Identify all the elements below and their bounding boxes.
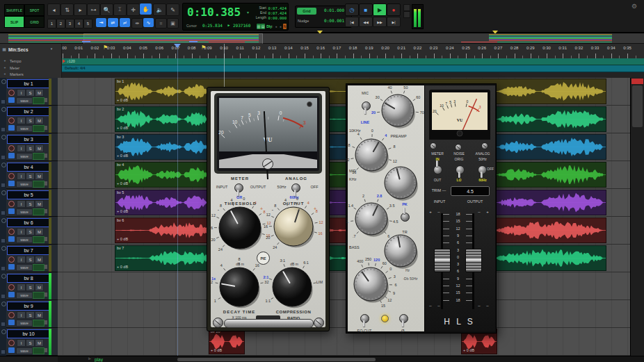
track-playlist-button[interactable] [8,208,15,214]
track-view-selector[interactable]: wave [16,97,33,104]
hls-analog-switch[interactable] [478,162,486,176]
zoom-preset-3[interactable]: 3 [65,19,74,28]
grid-value[interactable]: 0:01.000 [318,8,344,13]
automation-mode-button[interactable] [33,264,45,271]
track-mini-icon[interactable] [1,183,5,187]
transport-extra-button[interactable] [403,4,410,11]
hls-input-fader-handle[interactable] [434,249,451,272]
track-solo-button[interactable]: S [26,311,35,319]
audio-clip[interactable]: bv 10+ 0 dB [209,329,245,354]
track-freeze-icon[interactable] [1,163,6,167]
track-fader-icon[interactable] [45,237,47,241]
nudge-value[interactable]: 0:00.001 [318,19,344,24]
track-name[interactable]: bv 6 [7,218,50,227]
tempo-label[interactable]: Tempo [10,59,38,63]
track-view-selector[interactable]: wave [16,236,33,243]
track-name[interactable]: bv 2 [7,107,50,116]
hls-trim-display[interactable]: 4.5 [451,186,490,196]
track-input-button[interactable]: I [17,283,26,291]
track-record-button[interactable] [8,117,15,124]
track-playlist-button[interactable] [8,125,15,131]
track-fader-icon[interactable] [45,126,47,130]
pie-analog-switch[interactable] [291,180,300,194]
track-mini-icon[interactable] [1,239,5,242]
track-freeze-icon[interactable] [1,246,6,251]
track-record-button[interactable] [8,284,15,290]
track-input-button[interactable]: I [17,89,26,97]
link-timeline-edit-toggle[interactable]: ⇌ [108,18,118,27]
pie-handle-bar[interactable] [224,319,314,328]
track-name[interactable]: bv 1 [7,79,50,88]
track-freeze-icon[interactable] [1,302,6,306]
hls-pk-tr-switch[interactable] [401,209,409,223]
transport-extra-button-2[interactable] [403,11,410,18]
track-record-button[interactable] [8,145,15,151]
track-mini-icon[interactable] [1,100,5,104]
track-fader-icon[interactable] [45,293,47,297]
track-solo-button[interactable]: S [26,339,35,347]
pie-output-knob[interactable]: 24201612840481216 [263,196,324,257]
track-playlist-button[interactable] [8,347,15,353]
layered-editing-toggle[interactable]: ▣ [167,18,179,28]
zoom-preset-5[interactable]: 5 [83,19,92,28]
tempo-add-button[interactable]: + [3,59,7,63]
rewind-button[interactable]: ◀◀ [359,17,373,27]
automation-follows-toggle[interactable]: ∿ [143,18,154,27]
min-secs-ruler[interactable]: 0:000:010:020:030:040:050:060:070:080:09… [0,44,644,58]
zoom-preset-2[interactable]: 2 [56,19,65,28]
pie-compressor-plugin-window[interactable]: 201075303VU METER ANALOG INPUT OUTPUT GR… [207,87,330,331]
nudge-label[interactable]: Nudge [298,19,317,23]
track-mute-button[interactable]: M [35,200,44,208]
track-playlist-button[interactable] [8,181,15,186]
pie-vu-meter-face[interactable]: 201075303VU [214,93,322,174]
main-counter-value[interactable]: 0:10.385 [187,6,241,19]
horizontal-scroll-handle[interactable] [177,358,376,361]
track-record-button[interactable] [8,90,15,96]
online-button[interactable]: ◷ [345,3,359,16]
track-mini-icon[interactable] [1,211,5,215]
track-mini-icon[interactable] [1,322,5,326]
pencil-tool-button[interactable]: ✎ [166,3,179,16]
vertical-scrollbar[interactable] [630,78,644,356]
track-solo-button[interactable]: S [26,200,35,208]
track-mute-button[interactable]: M [35,172,44,180]
track-name[interactable]: bv 8 [7,274,50,283]
track-mini-icon[interactable] [1,350,5,354]
timebase-icon[interactable]: ▦ [1,47,7,52]
track-fader-icon[interactable] [45,320,47,324]
track-record-button[interactable] [8,229,15,235]
hls-noise-switch[interactable] [456,162,464,176]
track-fader-icon[interactable] [45,265,47,269]
smart-tool-button[interactable]: ✋ [140,3,152,15]
track-mute-button[interactable]: M [35,145,44,152]
track-freeze-icon[interactable] [1,135,6,140]
track-record-button[interactable] [8,256,15,263]
track-input-button[interactable]: I [17,228,26,236]
track-name[interactable]: bv 9 [7,302,50,311]
pie-meter-switch[interactable] [234,180,243,194]
track-solo-button[interactable]: S [26,89,35,97]
track-view-selector[interactable]: wave [16,208,33,215]
zoom-preset-4[interactable]: 4 [74,19,83,28]
track-lane[interactable]: bv 10+ 0 dBbv 10+ 0 dB [58,328,630,356]
track-freeze-icon[interactable] [1,107,6,112]
stop-button[interactable]: ■ [359,3,373,16]
track-name[interactable]: bv 4 [7,163,50,172]
grid-mode-button[interactable]: Grid [297,8,316,15]
grabber-tool-button[interactable]: ✛ [127,3,140,16]
track-name[interactable]: bv 5 [7,190,50,199]
track-mute-button[interactable]: M [35,283,44,291]
mirrored-midi-toggle[interactable]: ⌗ [155,18,167,28]
track-fader-icon[interactable] [45,98,47,102]
track-view-selector[interactable]: wave [16,292,33,299]
meter-ruler[interactable]: Default: 4/4 [61,65,644,72]
meter-label[interactable]: Meter [10,66,38,70]
play-button[interactable]: ▶ [373,3,387,16]
track-mute-button[interactable]: M [35,89,44,97]
zoom-tool-button[interactable]: 🔍 [100,3,113,16]
zoom-toggle-button[interactable]: ⇅ [61,3,74,16]
track-record-button[interactable] [8,340,15,346]
hls-mic-line-switch[interactable] [362,98,370,112]
markers-label[interactable]: Markers [10,72,38,76]
track-mute-button[interactable]: M [35,311,44,319]
